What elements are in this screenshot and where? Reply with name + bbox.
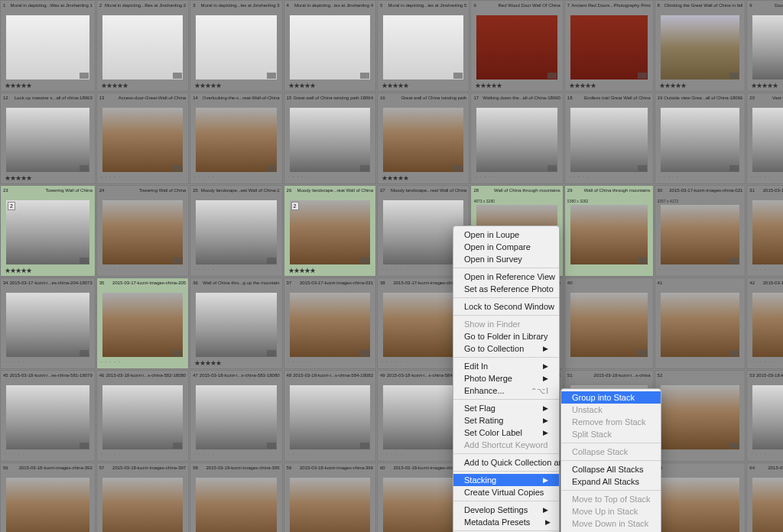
rating[interactable]: · · · · · (191, 174, 281, 183)
thumbnail-image[interactable] (752, 108, 783, 172)
thumbnail-image[interactable] (6, 478, 89, 532)
thumbnail-image[interactable]: 2 (6, 200, 89, 264)
menu-item[interactable]: Lock to Second Window (453, 300, 559, 313)
thumbnail-image[interactable] (290, 293, 370, 357)
thumbnail-cell[interactable]: 592015-03-18-kozzi-images-china-396 (284, 462, 376, 532)
thumbnail-cell[interactable]: 342015-03-17-kozzi-i...es-china-204-1807… (0, 277, 96, 369)
thumbnail-image[interactable] (196, 108, 276, 172)
thumbnail-cell[interactable]: 642015-03-18-kozzi-i...es-china-041 (746, 462, 783, 532)
rating[interactable]: · · · · · (748, 174, 783, 183)
rating[interactable]: · · · · · (566, 174, 652, 183)
rating[interactable]: · · · · · (2, 451, 94, 460)
rating[interactable]: · · · · · (98, 174, 187, 183)
rating[interactable]: · · · · · (98, 451, 187, 460)
thumbnail-cell[interactable]: 532015-03-18-kozzi-i...s-china-585-18086… (746, 370, 783, 462)
rating[interactable]: · · · · · (748, 451, 783, 460)
thumbnail-image[interactable] (752, 478, 783, 532)
thumbnail-cell[interactable]: 572015-03-18-kozzi-images-china-397· · ·… (96, 462, 189, 532)
thumbnail-cell[interactable]: 40 (564, 277, 654, 369)
thumbnail-image[interactable] (383, 385, 463, 449)
rating[interactable]: · · · · · (2, 358, 94, 368)
menu-item[interactable]: Create Virtual Copies (453, 486, 559, 498)
thumbnail-image[interactable] (570, 15, 648, 79)
rating[interactable] (656, 358, 745, 368)
thumbnail-cell[interactable]: 472015-03-18-kozzi-i...s-china-583-18080… (190, 370, 282, 462)
thumbnail-cell[interactable]: 14Overlooking-the-c...reat-Wall-of-China… (190, 92, 282, 184)
menu-item[interactable]: Group into Stack (561, 391, 661, 404)
menu-item[interactable]: Set Color Label▶ (453, 427, 559, 439)
thumbnail-cell[interactable]: 20Vast Great Wall of China 18067· · · · … (746, 92, 783, 184)
thumbnail-image[interactable] (661, 15, 740, 79)
rating[interactable] (566, 266, 652, 275)
menu-item[interactable]: Go to Collection▶ (453, 342, 559, 355)
thumbnail-image[interactable] (102, 108, 183, 172)
rating[interactable]: ★★★★★ (191, 358, 281, 368)
rating[interactable]: · · · · · (748, 358, 783, 368)
thumbnail-image[interactable] (752, 200, 783, 264)
menu-item[interactable]: Set as Reference Photo (453, 283, 559, 295)
thumbnail-cell[interactable]: 52 (655, 370, 746, 462)
menu-item[interactable]: Set Flag▶ (453, 402, 559, 414)
thumbnail-cell[interactable]: 15Great wall of China twisting path 1806… (284, 92, 376, 184)
thumbnail-image[interactable] (196, 478, 276, 532)
thumbnail-image[interactable] (661, 108, 740, 172)
thumbnail-image[interactable] (102, 15, 183, 79)
rating[interactable]: ★★★★★ (566, 81, 652, 90)
thumbnail-image[interactable] (383, 108, 463, 172)
thumbnail-image[interactable] (570, 205, 648, 264)
rating[interactable]: · · · · · (656, 266, 745, 275)
thumbnail-grid[interactable]: 1Mural in depicting...Was at Jinshanling… (0, 0, 783, 532)
thumbnail-image[interactable] (196, 200, 276, 264)
rating[interactable]: · · · · · (285, 358, 375, 368)
thumbnail-image[interactable] (290, 385, 370, 449)
rating[interactable]: ★★★★★ (98, 81, 187, 90)
thumbnail-cell[interactable]: 562015-03-18-kozzi-images-china-392· · ·… (0, 462, 96, 532)
thumbnail-cell[interactable]: 3Mural in depicting...les at Jinshanling… (190, 0, 282, 92)
thumbnail-image[interactable] (752, 15, 783, 79)
thumbnail-cell[interactable]: 7Ancient Red Doors...Photography Print★★… (564, 0, 654, 92)
rating[interactable]: ★★★★★ (379, 174, 468, 183)
rating[interactable]: ★★★★★ (472, 81, 561, 90)
rating[interactable]: · · · · · (191, 266, 281, 275)
menu-item[interactable]: Photo Merge▶ (453, 372, 559, 384)
thumbnail-cell[interactable]: 29Wall of China through mountains5380 x … (564, 185, 654, 277)
thumbnail-cell[interactable]: 8Climbing the Great Wall of China in fal… (655, 0, 746, 92)
thumbnail-image[interactable] (661, 385, 740, 449)
rating[interactable]: · · · · · (285, 174, 375, 183)
thumbnail-image[interactable] (752, 293, 783, 357)
thumbnail-cell[interactable]: 4Mural in depicting...les at Jinshanling… (284, 0, 376, 92)
thumbnail-cell[interactable]: 24Towering Wall of China· · · · · (96, 185, 189, 277)
menu-item[interactable]: Collapse All Stacks (561, 463, 661, 475)
thumbnail-cell[interactable]: 5Mural in depicting...les at Jinshanling… (377, 0, 469, 92)
rating[interactable] (566, 358, 652, 368)
menu-item[interactable]: Develop Settings▶ (453, 504, 559, 516)
thumbnail-cell[interactable]: 23Towering Wall of China2★★★★★ (0, 185, 96, 277)
thumbnail-cell[interactable]: 422015-03-17-kozzi-images-china-034· · ·… (746, 277, 783, 369)
thumbnail-image[interactable] (476, 15, 557, 79)
menu-item[interactable]: Stacking▶ (453, 474, 559, 486)
rating[interactable]: ★★★★★ (191, 81, 281, 90)
menu-item[interactable]: Open in Loupe (453, 229, 559, 241)
thumbnail-cell[interactable]: 17Walking down the...all-of-China-18060·… (470, 92, 563, 184)
thumbnail-image[interactable] (196, 293, 276, 357)
rating[interactable]: ★★★★★ (2, 266, 94, 275)
thumbnail-image[interactable] (102, 293, 183, 357)
menu-item[interactable]: Enhance...⌃⌥I (453, 384, 559, 397)
thumbnail-image[interactable] (6, 385, 89, 449)
thumbnail-cell[interactable]: 582015-03-18-kozzi-images-china-395 (190, 462, 282, 532)
menu-item[interactable]: Open in Compare (453, 241, 559, 253)
thumbnail-image[interactable] (752, 385, 783, 449)
thumbnail-cell[interactable]: 302015-03-17-kozzi-images-china-0212357 … (655, 185, 746, 277)
thumbnail-image[interactable] (196, 15, 276, 79)
thumbnail-cell[interactable]: 312015-03-17-kozzi-images-china-028· · ·… (746, 185, 783, 277)
context-menu-stacking[interactable]: Group into StackUnstackRemove from Stack… (560, 388, 661, 532)
menu-item[interactable]: Edit In▶ (453, 360, 559, 372)
thumbnail-image[interactable] (102, 478, 183, 532)
thumbnail-image[interactable] (383, 293, 463, 357)
rating[interactable]: · · · · · (98, 266, 187, 275)
rating[interactable]: ★★★★★ (656, 81, 745, 90)
thumbnail-cell[interactable]: 452015-03-18-kozzi-i...es-china-581-1807… (0, 370, 96, 462)
menu-item[interactable]: Open in Reference View (453, 271, 559, 283)
thumbnail-image[interactable] (102, 385, 183, 449)
rating[interactable]: · · · · · (472, 174, 561, 183)
